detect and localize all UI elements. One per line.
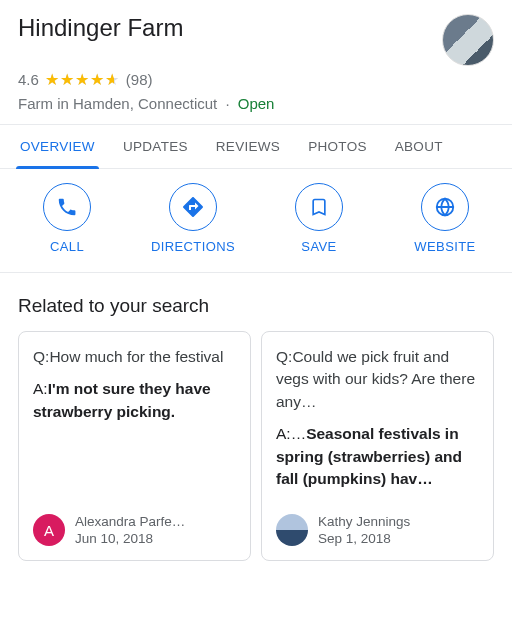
a-prefix: A: (33, 380, 48, 397)
author-name: Kathy Jennings (318, 513, 410, 531)
tab-overview[interactable]: OVERVIEW (6, 125, 109, 168)
tab-reviews[interactable]: REVIEWS (202, 125, 294, 168)
rating-value: 4.6 (18, 71, 39, 88)
a-lead: … (291, 425, 307, 442)
call-label: CALL (50, 239, 84, 254)
tab-photos[interactable]: PHOTOS (294, 125, 381, 168)
related-cards: Q:How much for the festival A:I'm not su… (0, 331, 512, 579)
qa-card[interactable]: Q:How much for the festival A:I'm not su… (18, 331, 251, 561)
call-button[interactable]: CALL (12, 183, 122, 254)
place-category: Farm in Hamden, Connecticut (18, 95, 217, 112)
author-name: Alexandra Parfe… (75, 513, 185, 531)
tab-updates[interactable]: UPDATES (109, 125, 202, 168)
a-text: I'm not sure they have strawberry pickin… (33, 380, 211, 419)
q-text: Could we pick fruit and vegs with our ki… (276, 348, 475, 410)
place-photo[interactable] (442, 14, 494, 66)
place-subline: Farm in Hamden, Connecticut · Open (18, 95, 494, 112)
open-status: Open (238, 95, 275, 112)
rating-count: (98) (126, 71, 153, 88)
place-header: Hindinger Farm 4.6 ★★★★★ ★★★★★ (98) Farm… (0, 0, 512, 124)
bookmark-icon (295, 183, 343, 231)
qa-card[interactable]: Q:Could we pick fruit and vegs with our … (261, 331, 494, 561)
rating-row[interactable]: 4.6 ★★★★★ ★★★★★ (98) (18, 70, 494, 89)
action-bar: CALL DIRECTIONS SAVE WEBSITE (0, 169, 512, 273)
author-date: Jun 10, 2018 (75, 530, 185, 548)
phone-icon (43, 183, 91, 231)
related-title: Related to your search (0, 273, 512, 331)
avatar: A (33, 514, 65, 546)
q-prefix: Q: (276, 348, 292, 365)
avatar (276, 514, 308, 546)
tabs: OVERVIEW UPDATES REVIEWS PHOTOS ABOUT (0, 124, 512, 169)
website-button[interactable]: WEBSITE (390, 183, 500, 254)
place-title: Hindinger Farm (18, 14, 183, 42)
directions-icon (169, 183, 217, 231)
directions-button[interactable]: DIRECTIONS (138, 183, 248, 254)
directions-label: DIRECTIONS (151, 239, 235, 254)
save-button[interactable]: SAVE (264, 183, 374, 254)
website-label: WEBSITE (414, 239, 475, 254)
q-text: How much for the festival (49, 348, 223, 365)
tab-about[interactable]: ABOUT (381, 125, 457, 168)
a-prefix: A: (276, 425, 291, 442)
globe-icon (421, 183, 469, 231)
save-label: SAVE (301, 239, 336, 254)
q-prefix: Q: (33, 348, 49, 365)
author-date: Sep 1, 2018 (318, 530, 410, 548)
rating-stars: ★★★★★ ★★★★★ (45, 70, 120, 89)
